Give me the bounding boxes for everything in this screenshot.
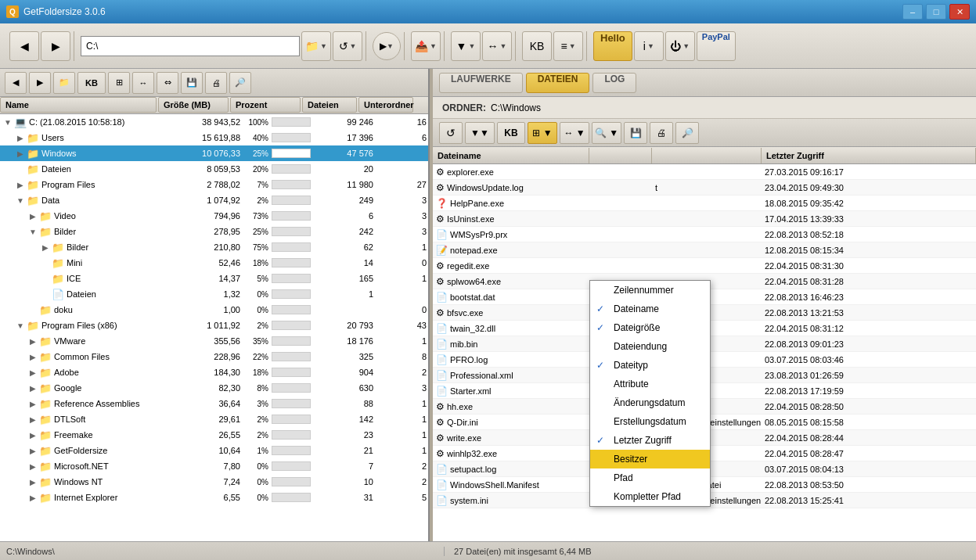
columns-button[interactable]: ⊞ ▼ (528, 122, 557, 144)
expand-icon[interactable]: ▶ (27, 447, 39, 455)
filter-files-button[interactable]: ▼▼ (465, 122, 495, 144)
left-resize2-button[interactable]: ⇔ (157, 72, 178, 94)
tree-row[interactable]: ▼ 📁 Bilder 278,95 25% 242 3 (0, 224, 428, 239)
left-kb-button[interactable]: KB (77, 72, 106, 94)
tree-row[interactable]: ▶ 📁 Adobe 184,30 18% 904 2 (0, 364, 428, 380)
file-row[interactable]: ⚙ IsUninst.exe 17.04.2015 13:39:33 (433, 211, 976, 227)
col-header-name[interactable]: Name (0, 97, 157, 113)
expand-icon[interactable]: ▶ (14, 149, 27, 158)
info-button[interactable]: i▼ (634, 31, 664, 61)
left-resize-button[interactable]: ↔ (132, 72, 154, 94)
expand-icon[interactable]: ▶ (14, 134, 27, 142)
menu-item-dateityp[interactable]: ✓ Dateityp (590, 356, 710, 375)
file-row[interactable]: 📝 notepad.exe 12.08.2015 08:15:34 (433, 242, 976, 258)
menu-item-zeilennummer[interactable]: Zeilennummer (590, 281, 710, 300)
file-print-button[interactable]: 🖨 (650, 122, 673, 144)
tree-row[interactable]: 📁 Mini 52,46 18% 14 0 (0, 255, 428, 271)
expand-icon[interactable]: ▶ (39, 243, 52, 252)
expand-icon[interactable]: ▶ (27, 384, 39, 393)
browse-button[interactable]: 📁▼ (301, 31, 331, 61)
maximize-button[interactable]: □ (926, 4, 946, 20)
tree-row[interactable]: ▶ 📁 Users 15 619,88 40% 17 396 6 (0, 130, 428, 145)
forward-button[interactable]: ▶ (41, 31, 70, 61)
tree-row[interactable]: ▶ 📁 Windows 10 076,33 25% 47 576 (0, 145, 428, 161)
file-row[interactable]: ⚙ regedit.exe 22.04.2015 08:31:30 (433, 258, 976, 274)
expand-icon[interactable]: ▼ (14, 196, 27, 205)
file-search-button[interactable]: 🔍 ▼ (592, 122, 621, 144)
tree-row[interactable]: 📄 Dateien 1,32 0% 1 (0, 286, 428, 302)
expand-icon[interactable]: ▼ (27, 228, 39, 236)
left-folder-button[interactable]: 📁 (53, 72, 75, 94)
tree-row[interactable]: ▶ 📁 Bilder 210,80 75% 62 1 (0, 239, 428, 255)
expand-icon[interactable]: ▶ (27, 462, 39, 471)
minimize-button[interactable]: – (902, 4, 923, 20)
path-input[interactable] (81, 36, 300, 56)
tree-row[interactable]: ▶ 📁 Common Files 228,96 22% 325 8 (0, 349, 428, 364)
tree-row[interactable]: ▶ 📁 Google 82,30 8% 630 3 (0, 380, 428, 396)
tree-row[interactable]: ▶ 📁 VMware 355,56 35% 18 176 1 (0, 333, 428, 349)
back-button[interactable]: ◀ (9, 31, 39, 61)
tree-row[interactable]: 📁 Dateien 8 059,53 20% 20 (0, 161, 428, 177)
expand-icon[interactable]: ▼ (14, 321, 27, 330)
menu-item-änderungsdatum[interactable]: Änderungsdatum (590, 393, 710, 412)
col-header-sub[interactable]: Unterordner (358, 97, 413, 113)
left-cols-button[interactable]: ⊞ (108, 72, 130, 94)
tree-row[interactable]: ▶ 📁 DTLSoft 29,61 2% 142 1 (0, 411, 428, 427)
tree-row[interactable]: ▼ 📁 Data 1 074,92 2% 249 3 (0, 192, 428, 208)
expand-icon[interactable]: ▶ (14, 181, 27, 189)
file-row[interactable]: ❓ HelpPane.exe 18.08.2015 09:35:42 (433, 196, 976, 211)
tree-row[interactable]: 📁 ICE 14,37 5% 165 1 (0, 271, 428, 286)
tree-row[interactable]: ▼ 💻 C: (21.08.2015 10:58:18) 38 943,52 1… (0, 114, 428, 130)
kb-button[interactable]: KB (522, 31, 552, 61)
file-resize-button[interactable]: ↔ ▼ (560, 122, 589, 144)
menu-item-erstellungsdatum[interactable]: Erstellungsdatum (590, 412, 710, 431)
fc-header-access[interactable]: Letzter Zugriff (762, 148, 976, 163)
fc-header-size[interactable] (589, 148, 652, 163)
tree-row[interactable]: ▶ 📁 Internet Explorer 6,55 0% 31 5 (0, 490, 428, 505)
file-row[interactable]: ⚙ WindowsUpdate.log t 23.04.2015 09:49:3… (433, 180, 976, 196)
tree-row[interactable]: ▶ 📁 Program Files 2 788,02 7% 11 980 27 (0, 177, 428, 192)
menu-item-besitzer[interactable]: Besitzer (590, 450, 710, 468)
expand-icon[interactable]: ▶ (27, 400, 39, 408)
menu-item-letzter-zugriff[interactable]: ✓ Letzter Zugriff (590, 431, 710, 450)
expand-icon[interactable]: ▼ (2, 118, 14, 127)
tab-dateien[interactable]: DATEIEN (526, 73, 590, 93)
col-header-percent[interactable]: Prozent (230, 97, 301, 113)
file-save-button[interactable]: 💾 (624, 122, 647, 144)
left-back-button[interactable]: ◀ (5, 72, 27, 94)
menu-item-pfad[interactable]: Pfad (590, 468, 710, 487)
expand-icon[interactable]: ▶ (27, 212, 39, 221)
expand-icon[interactable]: ▶ (27, 368, 39, 377)
refresh-add-button[interactable]: ↺▼ (333, 31, 362, 61)
expand-icon[interactable]: ▶ (27, 415, 39, 424)
expand-icon[interactable]: ▶ (27, 478, 39, 486)
file-list[interactable]: Dateiname Letzter Zugriff ⚙ explorer.exe… (433, 147, 976, 541)
hello-button[interactable]: Hello (593, 31, 632, 61)
export-button[interactable]: 📤▼ (411, 31, 441, 61)
tree-row[interactable]: ▶ 📁 Windows NT 7,24 0% 10 2 (0, 474, 428, 490)
col-header-size[interactable]: Größe (MB) (158, 97, 229, 113)
col-header-files[interactable]: Dateien (302, 97, 357, 113)
swap-button[interactable]: ↔▼ (482, 31, 512, 61)
tab-log[interactable]: LOG (592, 73, 636, 93)
file-row[interactable]: ⚙ explorer.exe 27.03.2015 09:16:17 (433, 164, 976, 180)
tree-row[interactable]: ▼ 📁 Program Files (x86) 1 011,92 2% 20 7… (0, 318, 428, 333)
left-print-button[interactable]: 🖨 (205, 72, 227, 94)
left-forward-button[interactable]: ▶ (29, 72, 51, 94)
file-row[interactable]: 📄 WMSysPr9.prx 22.08.2013 08:52:18 (433, 227, 976, 242)
tree-row[interactable]: 📁 doku 1,00 0% 0 (0, 302, 428, 318)
left-save-button[interactable]: 💾 (181, 72, 203, 94)
menu-item-kompletter-pfad[interactable]: Kompletter Pfad (590, 487, 710, 506)
expand-icon[interactable]: ▶ (27, 494, 39, 502)
expand-icon[interactable]: ▶ (27, 337, 39, 346)
tree-row[interactable]: ▶ 📁 Freemake 26,55 2% 23 1 (0, 427, 428, 443)
menu-item-dateiname[interactable]: ✓ Dateiname (590, 300, 710, 318)
file-info-button[interactable]: 🔎 (675, 122, 699, 144)
menu-item-dateiendung[interactable]: Dateiendung (590, 337, 710, 356)
menu-item-dateigröße[interactable]: ✓ Dateigröße (590, 318, 710, 337)
tab-laufwerke[interactable]: LAUFWERKE (439, 73, 523, 93)
tree-row[interactable]: ▶ 📁 Microsoft.NET 7,80 0% 7 2 (0, 458, 428, 474)
expand-icon[interactable]: ▶ (27, 431, 39, 440)
paypal-button[interactable]: PayPal (697, 31, 736, 61)
expand-icon[interactable]: ▶ (27, 353, 39, 361)
